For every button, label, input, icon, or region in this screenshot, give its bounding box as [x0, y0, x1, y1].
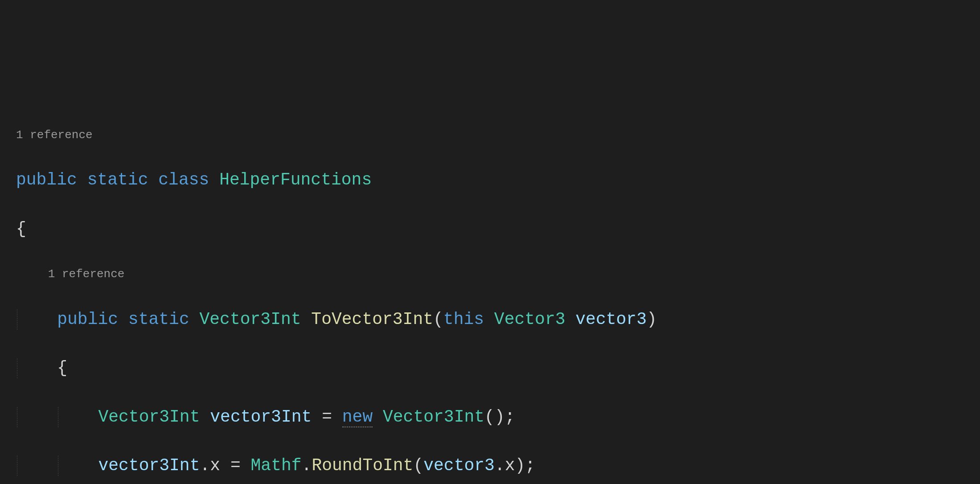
- close-paren: ): [647, 310, 657, 329]
- keyword-public: public: [57, 310, 118, 329]
- local-var: vector3Int: [210, 407, 312, 427]
- indent-guide: [58, 407, 59, 427]
- ctor-type: Vector3Int: [383, 407, 484, 427]
- indent-guide: [17, 407, 18, 427]
- open-brace: {: [57, 358, 67, 377]
- code-line[interactable]: Vector3Int vector3Int = new Vector3Int()…: [16, 405, 980, 430]
- type-mathf: Mathf: [251, 456, 302, 475]
- code-line[interactable]: {: [16, 356, 980, 381]
- code-line[interactable]: {: [16, 217, 980, 242]
- close-paren: ): [515, 456, 525, 475]
- dot: .: [302, 456, 312, 475]
- equals: =: [230, 456, 241, 475]
- member-x: x: [210, 456, 220, 475]
- open-paren: (: [413, 456, 423, 475]
- class-name: HelperFunctions: [219, 170, 372, 189]
- indent-guide: [17, 358, 18, 379]
- keyword-class: class: [158, 170, 209, 189]
- code-editor[interactable]: 1 reference public static class HelperFu…: [0, 98, 980, 484]
- keyword-static: static: [87, 170, 148, 189]
- method-name: ToVector3Int: [311, 310, 433, 329]
- keyword-new: new: [342, 407, 373, 427]
- dot: .: [495, 456, 505, 475]
- open-paren: (: [433, 310, 443, 329]
- indent-guide: [58, 455, 59, 476]
- indent-guide: [17, 455, 18, 476]
- return-type: Vector3Int: [200, 310, 301, 329]
- open-brace: {: [16, 219, 26, 238]
- code-line[interactable]: vector3Int.x = Mathf.RoundToInt(vector3.…: [16, 454, 980, 478]
- member-x: x: [505, 456, 515, 475]
- param-type: Vector3: [494, 310, 566, 329]
- code-line[interactable]: public static Vector3Int ToVector3Int(th…: [16, 308, 980, 332]
- code-line[interactable]: public static class HelperFunctions: [16, 168, 980, 193]
- local-var: vector3Int: [98, 456, 200, 475]
- codelens-method[interactable]: 1 reference: [16, 266, 980, 283]
- keyword-public: public: [16, 170, 77, 189]
- semicolon: ;: [505, 407, 515, 427]
- keyword-static: static: [128, 310, 189, 329]
- codelens-class[interactable]: 1 reference: [16, 127, 980, 144]
- param-ref: vector3: [423, 456, 495, 475]
- local-type: Vector3Int: [98, 407, 200, 427]
- method-roundtoint: RoundToInt: [312, 456, 413, 475]
- equals: =: [322, 407, 332, 427]
- param-name: vector3: [575, 310, 647, 329]
- empty-parens: (): [484, 407, 505, 427]
- semicolon: ;: [525, 456, 535, 475]
- indent-guide: [17, 309, 18, 330]
- dot: .: [200, 456, 210, 475]
- keyword-this: this: [443, 310, 484, 329]
